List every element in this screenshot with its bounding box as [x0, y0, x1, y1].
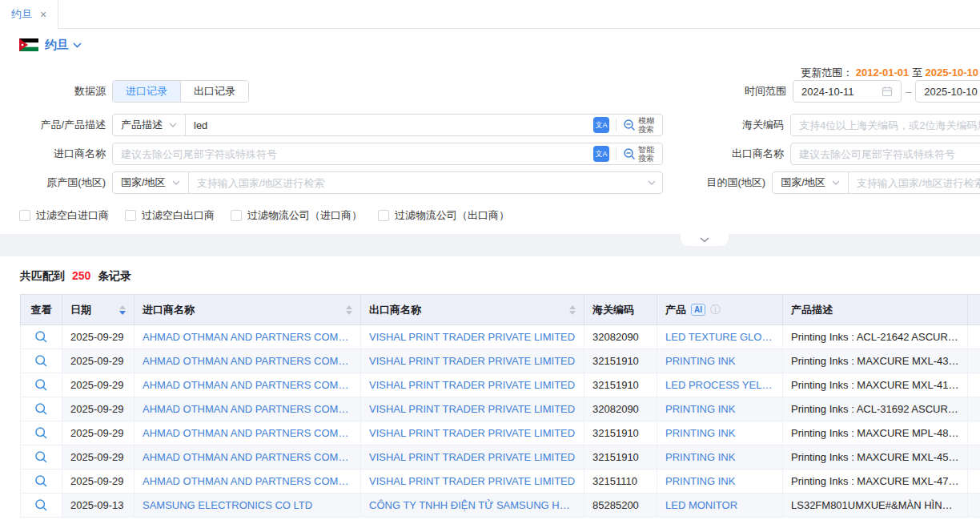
- exporter-link[interactable]: VISHAL PRINT TRADER PRIVATE LIMITED: [361, 325, 584, 349]
- product-type-value: 产品描述: [121, 118, 163, 132]
- importer-link[interactable]: SAMSUNG ELECTRONICS CO LTD: [135, 494, 361, 518]
- product-link[interactable]: LED MONITOR: [657, 494, 783, 518]
- col-hs-code: 海关编码: [584, 295, 657, 325]
- chevron-down-icon: [172, 180, 180, 185]
- col-importer[interactable]: 进口商名称: [135, 295, 361, 325]
- col-date[interactable]: 日期: [62, 295, 135, 325]
- checkbox-icon[interactable]: [125, 210, 136, 221]
- product-type-select[interactable]: 产品描述: [113, 115, 186, 135]
- view-detail-icon[interactable]: [34, 450, 48, 464]
- collapse-panel-button[interactable]: [681, 234, 729, 246]
- importer-link[interactable]: AHMAD OTHMAN AND PARTNERS COMPA...: [135, 421, 361, 445]
- importer-search-input[interactable]: [113, 143, 590, 164]
- origin-row: 原产国(地区) 国家/地区: [19, 171, 663, 194]
- view-cell: [21, 421, 62, 445]
- product-link[interactable]: PRINTING INK: [657, 470, 783, 494]
- tab-export-records[interactable]: 出口记录: [180, 81, 248, 102]
- view-detail-icon[interactable]: [34, 354, 48, 368]
- hs-code-input[interactable]: [799, 119, 980, 131]
- country-name[interactable]: 约旦: [45, 38, 69, 53]
- col-exporter[interactable]: 出口商名称: [361, 295, 584, 325]
- chevron-down-icon[interactable]: [648, 180, 656, 185]
- tab-import-records[interactable]: 进口记录: [113, 81, 180, 102]
- chevron-down-icon[interactable]: [73, 42, 82, 48]
- table-row: 2025-09-29 AHMAD OTHMAN AND PARTNERS COM…: [21, 421, 980, 445]
- table-row: 2025-09-13 SAMSUNG ELECTRONICS CO LTD CÔ…: [21, 494, 980, 518]
- sort-icon[interactable]: [346, 305, 352, 315]
- translate-icon[interactable]: 文A: [593, 146, 609, 162]
- importer-link[interactable]: AHMAD OTHMAN AND PARTNERS COMPA...: [135, 445, 361, 470]
- info-icon[interactable]: ⓘ: [710, 303, 721, 317]
- filter-checkboxes: 过滤空白进口商 过滤空白出口商 过滤物流公司（进口商） 过滤物流公司（出口商）: [19, 208, 525, 223]
- exporter-link[interactable]: VISHAL PRINT TRADER PRIVATE LIMITED: [361, 373, 584, 397]
- table-row: 2025-09-29 AHMAD OTHMAN AND PARTNERS COM…: [21, 349, 980, 373]
- view-detail-icon[interactable]: [34, 402, 48, 416]
- exporter-link[interactable]: VISHAL PRINT TRADER PRIVATE LIMITED: [361, 349, 584, 373]
- checkbox-filter-logistics-exporter[interactable]: 过滤物流公司（出口商）: [378, 208, 509, 223]
- product-link[interactable]: PRINTING INK: [657, 397, 783, 421]
- table-row: 2025-09-29 AHMAD OTHMAN AND PARTNERS COM…: [21, 325, 980, 349]
- date-end-input[interactable]: 2025-10-10: [915, 80, 980, 103]
- translate-icon[interactable]: 文A: [593, 117, 609, 133]
- exporter-link[interactable]: VISHAL PRINT TRADER PRIVATE LIMITED: [361, 470, 584, 494]
- importer-link[interactable]: AHMAD OTHMAN AND PARTNERS COMPA...: [135, 397, 361, 421]
- smart-search-button[interactable]: 智能搜索: [623, 145, 656, 163]
- view-detail-icon[interactable]: [34, 330, 48, 344]
- search-minus-icon: [623, 119, 636, 131]
- checkbox-label: 过滤物流公司（进口商）: [247, 208, 362, 223]
- results-table: 查看 日期 进口商名称: [20, 294, 980, 518]
- importer-suffix: 文A 智能搜索: [590, 143, 662, 164]
- product-search-input[interactable]: [186, 115, 590, 135]
- origin-label: 原产国(地区): [19, 175, 112, 190]
- checkbox-filter-blank-importer[interactable]: 过滤空白进口商: [19, 208, 109, 223]
- checkbox-filter-blank-exporter[interactable]: 过滤空白出口商: [125, 208, 215, 223]
- importer-row: 进口商名称 文A 智能搜索: [19, 143, 663, 165]
- product-link[interactable]: PRINTING INK: [657, 421, 783, 445]
- table-body: 2025-09-29 AHMAD OTHMAN AND PARTNERS COM…: [21, 325, 980, 518]
- view-detail-icon[interactable]: [34, 498, 48, 512]
- date-start-input[interactable]: 2024-10-11: [793, 80, 902, 103]
- checkbox-icon[interactable]: [378, 210, 389, 221]
- sort-icon[interactable]: [119, 305, 126, 315]
- importer-link[interactable]: AHMAD OTHMAN AND PARTNERS COMPA...: [135, 373, 361, 397]
- importer-label: 进口商名称: [19, 147, 112, 161]
- destination-search-input[interactable]: [849, 172, 980, 193]
- origin-type-select[interactable]: 国家/地区: [113, 172, 189, 193]
- hs-code-box: [790, 114, 980, 136]
- checkbox-filter-logistics-importer[interactable]: 过滤物流公司（进口商）: [231, 208, 362, 223]
- exporter-link[interactable]: VISHAL PRINT TRADER PRIVATE LIMITED: [361, 445, 584, 470]
- exporter-link[interactable]: VISHAL PRINT TRADER PRIVATE LIMITED: [361, 397, 584, 421]
- product-link[interactable]: LED TEXTURE GLOSS ...: [657, 325, 783, 349]
- product-link[interactable]: LED PROCESS YELLOW...: [657, 373, 783, 397]
- product-label: 产品/产品描述: [19, 118, 112, 132]
- origin-search-input[interactable]: [189, 172, 645, 193]
- extra-cell: [968, 470, 980, 494]
- close-icon[interactable]: ×: [40, 9, 46, 20]
- chevron-down-icon: [169, 123, 177, 127]
- update-range-start: 2012-01-01: [856, 67, 910, 79]
- importer-link[interactable]: AHMAD OTHMAN AND PARTNERS COMPA...: [135, 349, 361, 373]
- jordan-flag-icon: [19, 38, 38, 51]
- importer-input-group: 文A 智能搜索: [112, 143, 663, 165]
- view-detail-icon[interactable]: [34, 378, 48, 392]
- extra-cell: [968, 325, 980, 349]
- exporter-link[interactable]: VISHAL PRINT TRADER PRIVATE LIMITED: [361, 421, 584, 445]
- fuzzy-search-button[interactable]: 模糊搜索: [623, 116, 656, 134]
- importer-link[interactable]: AHMAD OTHMAN AND PARTNERS COMPA...: [135, 470, 361, 494]
- exporter-search-input[interactable]: [799, 148, 980, 160]
- results-table-wrap: 查看 日期 进口商名称: [20, 294, 980, 518]
- destination-type-select[interactable]: 国家/地区: [773, 172, 849, 193]
- importer-link[interactable]: AHMAD OTHMAN AND PARTNERS COMPA...: [135, 325, 361, 349]
- sort-icon[interactable]: [569, 305, 576, 315]
- checkbox-icon[interactable]: [231, 210, 242, 221]
- destination-type-value: 国家/地区: [781, 175, 825, 190]
- exporter-link[interactable]: CÔNG TY TNHH ĐIỆN TỬ SAMSUNG HCMC...: [361, 494, 584, 518]
- checkbox-icon[interactable]: [19, 210, 30, 221]
- view-detail-icon[interactable]: [34, 426, 48, 440]
- product-link[interactable]: PRINTING INK: [657, 445, 783, 470]
- col-importer-label: 进口商名称: [143, 303, 195, 317]
- view-detail-icon[interactable]: [34, 474, 48, 488]
- product-link[interactable]: PRINTING INK: [657, 349, 783, 373]
- time-range-row: 时间范围 2024-10-11 – 2025-10-10: [689, 80, 980, 103]
- tab-jordan[interactable]: 约旦 ×: [0, 0, 58, 29]
